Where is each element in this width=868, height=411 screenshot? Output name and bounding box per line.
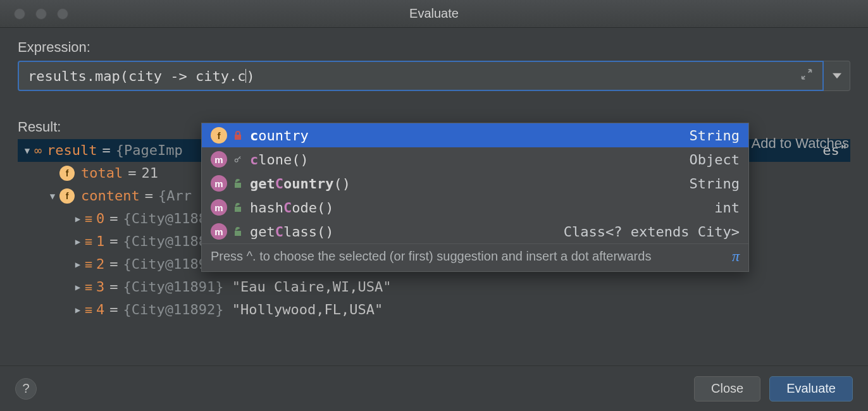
field-icon: f [59,188,75,204]
method-badge-icon: m [211,151,227,168]
completion-text: hashCode() [250,200,333,216]
item-index: 3 [96,276,104,298]
unlock-icon [232,178,244,188]
expand-toggle-icon[interactable] [71,298,85,321]
close-window-icon[interactable] [14,8,25,20]
autocomplete-item[interactable]: m getCountry() String [202,171,748,195]
evaluate-button[interactable]: Evaluate [769,376,853,402]
lock-icon [232,130,244,140]
hint-text: Press ^. to choose the selected (or firs… [211,249,651,264]
expand-toggle-icon[interactable] [46,185,59,207]
expression-input[interactable]: results.map(city -> city.c) [18,61,824,91]
expand-toggle-icon[interactable] [71,207,85,230]
field-badge-icon: f [211,127,227,144]
expression-label: Expression: [18,39,850,56]
expression-row: results.map(city -> city.c) [18,61,850,91]
list-item[interactable]: ≡ 3 = {City@11891} "Eau Claire,WI,USA" [18,276,850,298]
infinity-icon: ∞ [34,139,42,162]
array-element-icon: ≡ [85,298,91,321]
help-button[interactable]: ? [15,378,37,400]
item-index: 1 [96,230,104,253]
autocomplete-popup: f country String m clone() Object m getC… [201,123,749,272]
array-element-icon: ≡ [85,253,91,276]
autocomplete-item[interactable]: m hashCode() int [202,195,748,219]
item-index: 4 [96,298,104,321]
titlebar: Evaluate [0,0,868,28]
method-badge-icon: m [211,175,227,192]
close-button[interactable]: Close [694,376,760,402]
item-index: 0 [96,207,104,230]
item-index: 2 [96,253,104,276]
unlock-icon [232,202,244,212]
history-dropdown-button[interactable] [824,61,850,91]
completion-type: int [714,200,740,216]
add-to-watches-link[interactable]: Add to Watches [752,135,849,152]
item-string: "Hollywood,FL,USA" [232,298,383,321]
item-ref: {City@11892} [123,298,224,321]
completion-type: String [690,128,740,144]
list-item[interactable]: ≡ 4 = {City@11892} "Hollywood,FL,USA" [18,298,850,321]
window-title: Evaluate [0,6,868,21]
node-name: total [81,162,123,185]
zoom-window-icon[interactable] [57,8,68,20]
method-badge-icon: m [211,223,227,240]
key-icon [232,154,244,164]
node-type: {Arr [158,185,192,207]
item-ref: {City@11891} [123,276,224,298]
node-name: result [47,139,97,162]
array-element-icon: ≡ [85,276,91,298]
unlock-icon [232,226,244,236]
method-badge-icon: m [211,199,227,216]
expand-toggle-icon[interactable] [20,139,34,162]
completion-type: Class<? extends City> [564,224,740,240]
pi-icon[interactable]: π [732,248,740,265]
autocomplete-item[interactable]: f country String [202,123,748,147]
autocomplete-item[interactable]: m getClass() Class<? extends City> [202,219,748,243]
window-controls [14,8,68,20]
node-name: content [81,185,140,207]
completion-text: getCountry() [250,176,350,192]
array-element-icon: ≡ [85,230,91,253]
autocomplete-item[interactable]: m clone() Object [202,147,748,171]
node-value: 21 [141,162,158,185]
autocomplete-hint: Press ^. to choose the selected (or firs… [202,243,748,271]
node-type: {PageImp [116,139,183,162]
completion-text: getClass() [250,224,333,240]
expand-toggle-icon[interactable] [71,276,85,298]
array-element-icon: ≡ [85,207,91,230]
completion-text: clone() [250,152,309,168]
chevron-down-icon [833,73,841,79]
expand-editor-icon[interactable] [800,68,814,85]
expression-text: results.map(city -> city.c) [28,68,255,84]
minimize-window-icon[interactable] [35,8,47,20]
dialog-footer: ? Close Evaluate [0,365,868,411]
completion-text: country [250,128,309,144]
completion-type: Object [690,152,740,168]
item-string: "Eau Claire,WI,USA" [232,276,392,298]
expand-toggle-icon[interactable] [71,253,85,276]
completion-type: String [690,176,740,192]
dialog-body: Expression: results.map(city -> city.c) … [0,28,868,365]
field-icon: f [59,166,75,181]
expand-toggle-icon[interactable] [71,230,85,253]
equals-sign: = [102,139,111,162]
